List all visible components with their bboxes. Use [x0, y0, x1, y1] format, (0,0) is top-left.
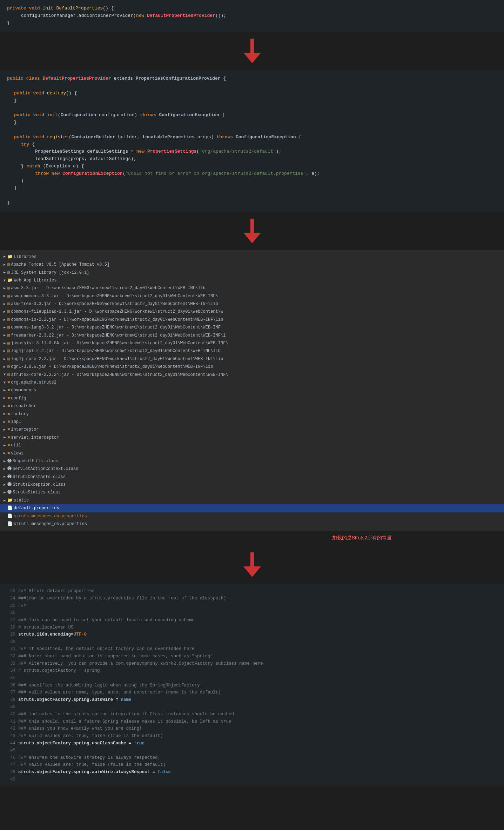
file-tree: ▶ 📁 Libraries ▶ ▦ Apache Tomcat v8.5 [Ap…: [0, 250, 504, 531]
expand-icon: [4, 521, 6, 527]
tree-item-dispatcher[interactable]: ▶ ■ dispatcher: [0, 402, 504, 410]
expand-icon: [4, 513, 6, 519]
tree-item-log4j-api[interactable]: ▶ ▦ log4j-api-2.2.jar - D:\workspaceZHEN…: [0, 347, 504, 355]
package-icon: ■: [7, 379, 10, 386]
code-line: }: [7, 97, 497, 105]
tree-item-servletactioncontext[interactable]: ▶ 🅒 ServletActionContext.class: [0, 465, 504, 473]
tree-item-requestutils[interactable]: ▶ 🅒 RequestUtils.class: [0, 457, 504, 465]
props-line-29: 29struts.i18n.encoding=UTF-8: [7, 631, 497, 638]
props-line-37: 37### valid values are: name, type, auto…: [7, 689, 497, 696]
tree-label: dispatcher: [11, 403, 36, 410]
package-icon: ■: [7, 411, 10, 418]
tree-label: factory: [11, 411, 28, 418]
tree-item-commons-io[interactable]: ▶ ▦ commons-io-2.2.jar - D:\workspaceZHE…: [0, 316, 504, 324]
file-tree-section: ▶ 📁 Libraries ▶ ▦ Apache Tomcat v8.5 [Ap…: [0, 250, 504, 531]
code-line: }: [7, 119, 497, 126]
expand-icon: ▶: [4, 411, 6, 417]
props-line-26: 26: [7, 609, 497, 617]
tree-label: components: [11, 387, 36, 394]
props-line-46: 46### ensures the autowire strategy is a…: [7, 754, 497, 762]
expand-icon: ▶: [4, 270, 6, 275]
props-line-47: 47### valid values are: true, false (fal…: [7, 761, 497, 769]
tree-item-static[interactable]: ▶ 📁 static: [0, 497, 504, 504]
tree-item-struts-de[interactable]: 📄 struts-messages_de.properties: [0, 520, 504, 528]
tree-item-libraries[interactable]: ▶ 📁 Libraries: [0, 253, 504, 261]
expand-icon: ▶: [4, 301, 6, 307]
tree-label: StrutsStatics.class: [13, 489, 61, 496]
tree-item-strutsstatics[interactable]: ▶ 🅒 StrutsStatics.class: [0, 489, 504, 496]
expand-icon: ▶: [4, 317, 6, 323]
expand-icon: ▶: [4, 293, 6, 299]
code-line: }: [7, 178, 497, 185]
props-line-41: 41### this should, until a future Spring…: [7, 718, 497, 725]
tree-item-factory[interactable]: ▶ ■ factory: [0, 410, 504, 418]
folder-icon: 📁: [7, 277, 13, 284]
expand-icon: ▼: [4, 278, 6, 284]
props-line-23: 23### Struts default properties: [7, 587, 497, 595]
props-line-32: 32### Note: short-hand notation is suppo…: [7, 653, 497, 660]
svg-marker-0: [243, 39, 261, 63]
tree-label: interceptor: [11, 426, 39, 433]
expand-icon: ▶: [4, 254, 6, 260]
tree-item-javassist[interactable]: ▶ ▦ javassist-3.11.0.GA.jar - D:\workspa…: [0, 339, 504, 347]
down-arrow-icon-3: [238, 552, 266, 577]
tree-label: RequestUtils.class: [13, 458, 58, 465]
expand-icon: ▶: [4, 466, 6, 472]
expand-icon: ▶: [4, 364, 6, 370]
tree-item-ognl[interactable]: ▶ ▦ ognl-3.0.6.jar - D:\workspaceZHENG\w…: [0, 363, 504, 371]
tree-item-components[interactable]: ▶ ■ components: [0, 386, 504, 394]
tree-item-default-properties[interactable]: 📄 default.properties: [0, 504, 504, 512]
expand-icon: ▶: [4, 490, 6, 496]
tree-item-struts2-core[interactable]: ▼ ▦ struts2-core-2.3.24.jar - D:\workspa…: [0, 371, 504, 379]
class-icon: 🅒: [7, 458, 12, 465]
tree-item-util[interactable]: ▶ ■ util: [0, 441, 504, 449]
tree-label: asm-commons-3.3.jar - D:\workspaceZHENG\…: [11, 293, 218, 300]
tree-label: Web App Libraries: [14, 277, 56, 284]
package-icon: ■: [7, 418, 10, 425]
tree-item-impl[interactable]: ▶ ■ impl: [0, 418, 504, 426]
expand-icon: ▶: [4, 458, 6, 464]
tree-item-strutsconstants[interactable]: ▶ 🅒 StrutsConstants.class: [0, 473, 504, 481]
tree-item-servlet-interceptor[interactable]: ▶ ■ servlet.interceptor: [0, 434, 504, 441]
tree-item-asm[interactable]: ▶ ▦ asm-3.3.jar - D:\workspaceZHENG\work…: [0, 284, 504, 292]
code-line: [7, 82, 497, 90]
jar-icon: ▦: [7, 371, 10, 378]
expand-icon: ▶: [4, 348, 6, 354]
code-line: configurationManager.addContainerProvide…: [7, 12, 497, 20]
package-icon: ■: [7, 395, 10, 402]
expand-icon: ▶: [4, 356, 6, 362]
jar-icon: ▦: [7, 285, 10, 292]
down-arrow-icon: [238, 39, 266, 63]
code-block-2: public class DefaultPropertiesProvider e…: [0, 70, 504, 211]
props-line-24: 24###(can be overridden by a struts.prop…: [7, 595, 497, 602]
props-line-48: 48struts.objectFactory.spring.autoWire.a…: [7, 769, 497, 776]
tree-item-commons-lang[interactable]: ▶ ▦ commons-lang3-3.2.jar - D:\workspace…: [0, 324, 504, 331]
tree-item-webapplibs[interactable]: ▼ 📁 Web App Libraries: [0, 277, 504, 284]
tree-label: asm-tree-3.3.jar - D:\workspaceZHENG\wor…: [11, 300, 218, 307]
tree-item-config[interactable]: ▶ ■ config: [0, 394, 504, 402]
props-section: 23### Struts default properties 24###(ca…: [0, 584, 504, 786]
tree-item-log4j-core[interactable]: ▶ ▦ log4j-core-2.2.jar - D:\workspaceZHE…: [0, 355, 504, 363]
tree-item-views[interactable]: ▶ ■ views: [0, 450, 504, 457]
tree-item-freemarker[interactable]: ▶ ▦ freemarker-2.3.22.jar - D:\workspace…: [0, 332, 504, 339]
tree-label: log4j-core-2.2.jar - D:\workspaceZHENG\w…: [11, 356, 223, 363]
keyword: private: [7, 6, 29, 11]
tree-item-commons-fileupload[interactable]: ▶ ▦ commons-fileupload-1.3.1.jar - D:\wo…: [0, 308, 504, 316]
tree-item-jre[interactable]: ▶ ▦ JRE System Library [jdk-12.0.1]: [0, 269, 504, 277]
expand-icon: ▶: [4, 340, 6, 346]
tree-label: static: [14, 497, 29, 504]
tree-item-strutsexception[interactable]: ▶ 🅒 StrutsException.class: [0, 481, 504, 489]
tree-item-interceptor[interactable]: ▶ ■ interceptor: [0, 426, 504, 433]
package-icon: ■: [7, 426, 10, 433]
code-line: [7, 105, 497, 112]
tree-label: ServletActionContext.class: [13, 465, 78, 472]
tree-item-tomcat[interactable]: ▶ ▦ Apache Tomcat v8.5 [Apache Tomcat v8…: [0, 261, 504, 268]
tree-item-struts-da[interactable]: 📄 struts-messages_da.properties: [0, 512, 504, 520]
svg-marker-1: [243, 219, 261, 243]
tree-item-asm-commons[interactable]: ▶ ▦ asm-commons-3.3.jar - D:\workspaceZH…: [0, 292, 504, 300]
tree-item-asm-tree[interactable]: ▶ ▦ asm-tree-3.3.jar - D:\workspaceZHENG…: [0, 300, 504, 308]
code-line: private void init_DefaultProperties() {: [7, 5, 497, 12]
tree-item-org-apache[interactable]: ▼ ■ org.apache.struts2: [0, 379, 504, 386]
tree-label: freemarker-2.3.22.jar - D:\workspaceZHEN…: [11, 332, 226, 339]
tree-label: commons-io-2.2.jar - D:\workspaceZHENG\w…: [11, 316, 223, 323]
